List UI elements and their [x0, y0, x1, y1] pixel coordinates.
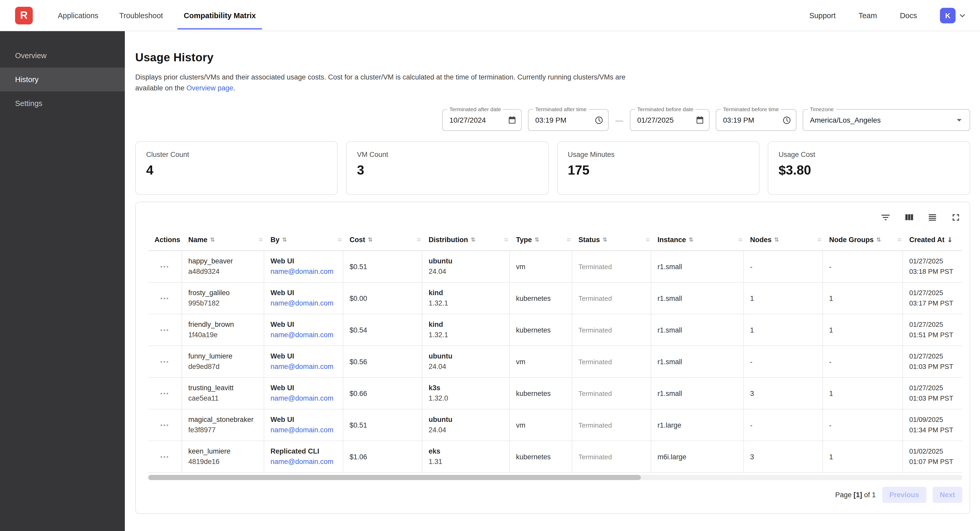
row-actions-menu-icon[interactable]: •••	[160, 327, 169, 333]
user-menu[interactable]: K	[940, 8, 967, 23]
created-by-email-link[interactable]: name@domain.com	[270, 393, 339, 404]
sort-icon[interactable]: ⇅	[471, 236, 476, 243]
clock-icon[interactable]	[595, 116, 603, 124]
sort-icon[interactable]: ⇅	[282, 236, 287, 243]
header-cost[interactable]: Cost ⇅ =	[343, 229, 422, 250]
sort-icon[interactable]: ⇅	[210, 236, 215, 243]
instance-cell: r1.small	[651, 283, 744, 314]
terminated-before-time-field[interactable]: Terminated before time 03:19 PM	[716, 109, 796, 131]
created-by-email-link[interactable]: name@domain.com	[270, 361, 339, 372]
replicated-logo[interactable]: R	[15, 6, 33, 24]
created-time: 03:17 PM PST	[909, 298, 958, 309]
column-resize-handle[interactable]: =	[338, 236, 342, 244]
terminated-after-time-field[interactable]: Terminated after time 03:19 PM	[528, 109, 609, 131]
row-actions-menu-icon[interactable]: •••	[160, 263, 169, 269]
previous-page-button[interactable]: Previous	[882, 487, 926, 503]
sort-icon[interactable]: ⇅	[774, 236, 779, 243]
sort-icon[interactable]: ⇅	[368, 236, 372, 243]
name-cell: friendly_brown 1f40a19e	[182, 314, 264, 346]
sort-icon[interactable]: ⇅	[535, 236, 539, 243]
nodes-cell: 1	[744, 314, 823, 346]
nav-link-docs[interactable]: Docs	[900, 11, 917, 19]
column-resize-handle[interactable]: =	[818, 236, 821, 244]
nav-link-support[interactable]: Support	[809, 11, 836, 19]
tab-troubleshoot[interactable]: Troubleshoot	[109, 0, 173, 31]
field-value[interactable]: 10/27/2024	[449, 116, 486, 124]
by-cell: Web UI name@domain.com	[264, 378, 343, 409]
row-actions-menu-icon[interactable]: •••	[160, 390, 169, 396]
fullscreen-button[interactable]	[949, 211, 963, 224]
row-actions-menu-icon[interactable]: •••	[160, 358, 169, 365]
created-by-email-link[interactable]: name@domain.com	[270, 266, 339, 277]
stat-card-usage-minutes: Usage Minutes 175	[557, 141, 759, 195]
column-resize-handle[interactable]: =	[417, 236, 421, 244]
row-actions-menu-icon[interactable]: •••	[160, 422, 169, 428]
sort-desc-icon[interactable]: ↓	[947, 236, 953, 244]
column-resize-handle[interactable]: =	[738, 236, 742, 244]
header-nodes[interactable]: Nodes ⇅ =	[744, 229, 823, 250]
field-value[interactable]: 03:19 PM	[535, 116, 566, 124]
column-resize-handle[interactable]: =	[646, 236, 650, 244]
columns-button[interactable]	[902, 211, 915, 224]
field-value[interactable]: America/Los_Angeles	[810, 116, 881, 124]
calendar-icon[interactable]	[695, 116, 704, 124]
field-value[interactable]: 01/27/2025	[637, 116, 674, 124]
sidebar-item-settings[interactable]: Settings	[0, 92, 125, 115]
dropdown-arrow-icon[interactable]	[953, 114, 965, 126]
created-by-email-link[interactable]: name@domain.com	[270, 298, 339, 309]
status-value: Terminated	[578, 390, 612, 397]
by-cell: Web UI name@domain.com	[264, 251, 343, 282]
avatar-letter: K	[945, 11, 950, 19]
clock-icon[interactable]	[782, 116, 791, 124]
scrollbar-thumb[interactable]	[148, 475, 641, 480]
sidebar-item-history[interactable]: History	[0, 68, 125, 92]
column-resize-handle[interactable]: =	[259, 236, 262, 244]
header-distribution[interactable]: Distribution ⇅ =	[422, 229, 510, 250]
type-value: kubernetes	[516, 326, 551, 334]
density-button[interactable]	[925, 211, 939, 224]
terminated-after-date-field[interactable]: Terminated after date 10/27/2024	[442, 109, 522, 131]
row-actions-menu-icon[interactable]: •••	[160, 453, 169, 460]
header-status[interactable]: Status ⇅ =	[572, 229, 651, 250]
next-page-button[interactable]: Next	[932, 487, 963, 503]
created-date: 01/27/2025	[909, 320, 958, 330]
column-resize-handle[interactable]: =	[504, 236, 508, 244]
header-instance[interactable]: Instance ⇅ =	[651, 229, 744, 250]
sidebar-item-overview[interactable]: Overview	[0, 44, 125, 68]
field-label: Terminated after date	[447, 106, 503, 112]
created-time: 01:03 PM PST	[909, 361, 958, 372]
filter-button[interactable]	[878, 211, 892, 224]
terminated-before-date-field[interactable]: Terminated before date 01/27/2025	[630, 109, 710, 131]
sort-icon[interactable]: ⇅	[603, 236, 607, 243]
header-created-at[interactable]: Created At ↓	[903, 229, 963, 250]
timezone-select[interactable]: Timezone America/Los_Angeles	[803, 109, 970, 131]
header-name[interactable]: Name ⇅ =	[182, 229, 264, 250]
node-groups-cell: -	[823, 346, 903, 377]
sort-icon[interactable]: ⇅	[876, 236, 881, 243]
column-resize-handle[interactable]: =	[567, 236, 571, 244]
created-by-email-link[interactable]: name@domain.com	[270, 330, 339, 340]
created-by-email-link[interactable]: name@domain.com	[270, 457, 339, 467]
header-label: Nodes	[750, 236, 772, 244]
node-groups-cell: -	[823, 409, 903, 441]
horizontal-scrollbar[interactable]	[148, 475, 963, 480]
nodes-value: -	[750, 358, 752, 366]
header-by[interactable]: By ⇅ =	[264, 229, 343, 250]
overview-page-link[interactable]: Overview page	[186, 84, 233, 92]
field-value[interactable]: 03:19 PM	[723, 116, 754, 124]
column-resize-handle[interactable]: =	[897, 236, 902, 244]
chevron-down-icon[interactable]	[957, 10, 967, 21]
tab-applications[interactable]: Applications	[47, 0, 109, 31]
sort-icon[interactable]: ⇅	[689, 236, 694, 243]
avatar[interactable]: K	[940, 8, 956, 23]
tab-compatibility-matrix[interactable]: Compatibility Matrix	[173, 0, 266, 31]
calendar-icon[interactable]	[508, 116, 517, 124]
header-type[interactable]: Type ⇅ =	[510, 229, 572, 250]
row-actions-menu-icon[interactable]: •••	[160, 295, 169, 301]
name-cell: trusting_leavitt cae5ea11	[182, 378, 264, 409]
nav-link-team[interactable]: Team	[859, 11, 877, 19]
type-cell: kubernetes	[510, 441, 572, 472]
table-row: ••• frosty_galileo 995b7182 Web UI name@…	[148, 283, 963, 314]
created-by-email-link[interactable]: name@domain.com	[270, 425, 339, 435]
header-node-groups[interactable]: Node Groups ⇅ =	[823, 229, 903, 250]
